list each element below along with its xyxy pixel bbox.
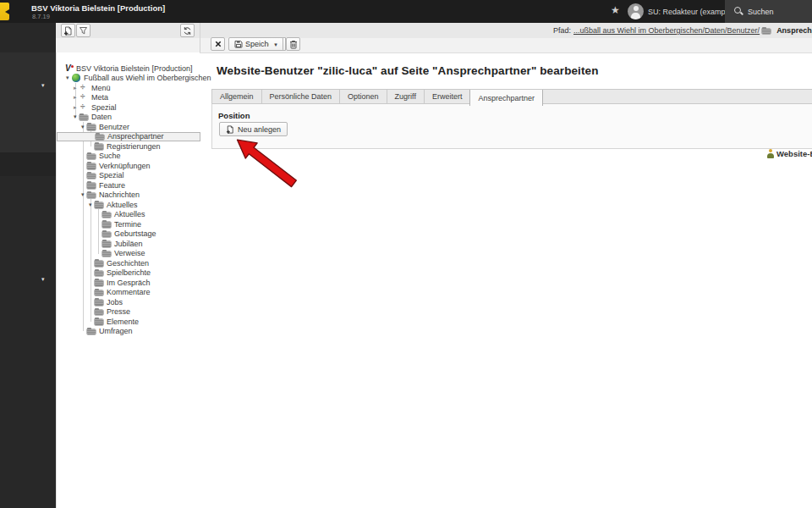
filter-icon <box>79 26 88 36</box>
new-document-icon <box>226 125 234 134</box>
tree-expand-arrow[interactable] <box>66 75 72 81</box>
tree-item[interactable]: Daten <box>57 113 200 123</box>
tree-item[interactable]: Spezial <box>57 102 200 113</box>
tree-item[interactable]: Spezial <box>57 171 200 181</box>
tree-item[interactable]: Registrierungen <box>57 141 200 152</box>
tree-item[interactable]: Nachrichten <box>57 190 200 201</box>
tree-item[interactable]: Geschichten <box>57 258 200 268</box>
tree-item[interactable]: Meta <box>57 93 200 103</box>
filter-button[interactable] <box>76 24 91 37</box>
path-current-page: Ansprechpartner <box>776 26 812 35</box>
tree-expand-arrow[interactable] <box>74 85 80 91</box>
site-tree-panel: BSV Viktoria Bielstein [Production] Fußb… <box>56 52 200 508</box>
tree-item[interactable]: Presse <box>57 307 200 318</box>
tree-item[interactable]: BSV Viktoria Bielstein [Production] <box>57 64 200 74</box>
tree-item[interactable]: Feature <box>57 180 200 190</box>
tab-label: Ansprechpartner <box>478 94 535 102</box>
tab[interactable]: Erweitert <box>425 90 471 103</box>
chevron-down-icon[interactable]: ▾ <box>41 82 45 88</box>
tab[interactable]: Optionen <box>340 90 387 103</box>
tree-item-label: Jubiläen <box>114 240 143 248</box>
tree-item-icon <box>95 268 104 277</box>
tree-item[interactable]: Kommentare <box>57 288 200 298</box>
close-document-button[interactable] <box>211 37 225 51</box>
tree-item-label: Feature <box>99 181 125 190</box>
tab-label: Zugriff <box>395 92 416 101</box>
tab-label: Erweitert <box>432 92 463 101</box>
tree-item-label: Meta <box>91 93 108 102</box>
tab[interactable]: Allgemein <box>212 90 262 103</box>
tree-item-label: Registrierungen <box>107 142 161 151</box>
tree-item[interactable]: Fußball aus Wiehl im Oberbergischen <box>57 74 200 84</box>
tree-item-icon <box>95 318 104 326</box>
section-label: Position <box>218 111 250 120</box>
tree-item-label: Nachrichten <box>99 190 140 199</box>
chevron-down-icon[interactable]: ▾ <box>41 276 45 282</box>
tree-expand-arrow[interactable] <box>74 94 80 101</box>
tree-item[interactable]: Jobs <box>57 297 200 307</box>
tree-expand-arrow[interactable] <box>81 191 87 198</box>
tree-item[interactable]: Jubiläen <box>57 239 200 249</box>
topbar: BSV Viktoria Bielstein [Production] 8.7.… <box>0 0 812 23</box>
app-logo-icon <box>0 3 9 20</box>
trash-icon <box>289 40 298 49</box>
favorite-star-icon[interactable]: ★ <box>611 4 620 16</box>
tree-item-icon <box>87 190 96 199</box>
tree-expand-arrow[interactable] <box>74 113 80 120</box>
tree-item-icon <box>95 298 104 306</box>
tree-item[interactable]: Menü <box>57 83 200 93</box>
tree-item[interactable]: Elemente <box>57 317 200 327</box>
tree-item[interactable]: Im Gespräch <box>57 278 200 288</box>
tree-item[interactable]: Verknüpfungen <box>57 161 200 171</box>
search-icon <box>734 7 743 15</box>
tree-item-icon <box>95 201 104 209</box>
save-dropdown-button[interactable]: ▾ <box>269 37 283 51</box>
new-document-icon <box>63 26 73 36</box>
tree-item-label: Presse <box>107 307 130 316</box>
user-type-badge: Website-Benutzer <box>766 149 812 158</box>
tab[interactable]: Zugriff <box>387 90 425 103</box>
tree-item[interactable]: Benutzer <box>57 122 200 132</box>
tree-expand-arrow[interactable] <box>81 124 87 130</box>
tree-item[interactable]: Geburtstage <box>57 229 200 240</box>
tree-item[interactable]: Ansprechpartner <box>57 132 200 142</box>
tree-item-label: Spezial <box>91 103 117 112</box>
search-box[interactable]: Suchen <box>725 0 812 23</box>
tree-item[interactable]: Umfragen <box>57 327 200 337</box>
tree-item-icon <box>102 220 112 229</box>
tree-item-label: Verknüpfungen <box>99 162 151 170</box>
tab[interactable]: Ansprechpartner <box>469 90 543 106</box>
tree-item-label: Kommentare <box>107 288 151 296</box>
tree-item-icon <box>87 171 96 179</box>
user-type-badge-label: Website-Benutzer <box>776 149 812 158</box>
path-parent-link[interactable]: ...ußball aus Wiehl im Oberbergischen/Da… <box>573 26 760 35</box>
tree-item-label: Spezial <box>99 171 124 179</box>
tree-item-icon <box>95 279 104 287</box>
save-floppy-icon <box>234 40 243 48</box>
tree-item-label: Fußball aus Wiehl im Oberbergischen <box>84 74 211 82</box>
tree-item[interactable]: Spielberichte <box>57 268 200 279</box>
sidebar-section <box>0 52 56 152</box>
tree-item-icon <box>95 142 104 151</box>
refresh-button[interactable] <box>180 24 195 37</box>
tree-expand-arrow[interactable] <box>89 202 95 208</box>
tree-item-label: BSV Viktoria Bielstein [Production] <box>76 64 192 73</box>
tree-item-label: Menü <box>91 84 111 92</box>
delete-button[interactable] <box>286 37 300 51</box>
tree-expand-arrow[interactable] <box>74 104 80 111</box>
tree-item[interactable]: Aktuelles <box>57 210 200 220</box>
new-document-button[interactable] <box>61 24 75 37</box>
tree-item-label: Spielberichte <box>107 268 151 277</box>
user-avatar[interactable] <box>628 3 644 19</box>
tree-item-icon <box>95 307 104 316</box>
tree-item[interactable]: Termine <box>57 219 200 229</box>
tab[interactable]: Persönliche Daten <box>262 90 341 103</box>
tree-item[interactable]: Verweise <box>57 249 200 259</box>
tree-item[interactable]: Aktuelles <box>57 200 200 210</box>
tree-item[interactable]: Suche <box>57 152 200 162</box>
tree-item-label: Geschichten <box>107 259 149 268</box>
tree-item-icon <box>87 327 96 335</box>
tree-item-label: Aktuelles <box>107 201 138 209</box>
website-user-icon <box>766 149 774 158</box>
annotation-red-arrow-icon <box>229 133 302 190</box>
